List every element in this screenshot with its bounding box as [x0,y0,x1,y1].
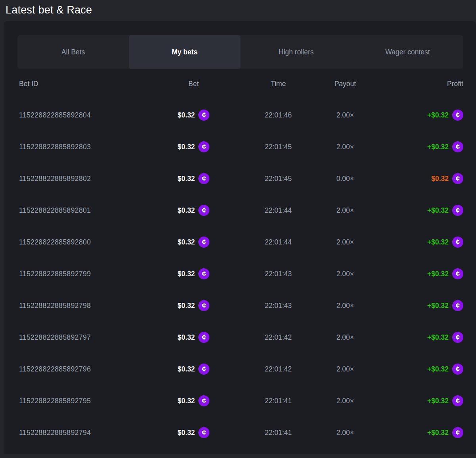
bet-amount: $0.32 ¢ [147,237,240,248]
bet-time: 22:01:45 [240,175,316,183]
bet-profit: $0.32 ¢ [374,173,463,184]
profit-value: +$0.32 [427,270,449,278]
table-row[interactable]: 115228822885892795 $0.32 ¢ 22:01:41 2.00… [17,385,463,417]
profit-value: +$0.32 [427,397,449,405]
bet-profit: +$0.32 ¢ [374,364,463,375]
bet-time: 22:01:42 [240,365,316,373]
bet-amount-value: $0.32 [178,333,195,342]
bet-id: 115228822885892798 [17,302,147,310]
table-row[interactable]: 115228822885892804 $0.32 ¢ 22:01:46 2.00… [17,99,463,131]
bet-amount-value: $0.32 [178,302,195,310]
coin-icon: ¢ [452,395,463,406]
bet-amount-value: $0.32 [178,206,195,215]
bet-time: 22:01:43 [240,302,316,310]
bet-amount: $0.32 ¢ [147,110,240,121]
bet-id: 115228822885892794 [17,429,147,437]
table-row[interactable]: 115228822885892800 $0.32 ¢ 22:01:44 2.00… [17,226,463,258]
bet-time: 22:01:41 [240,397,316,405]
bet-payout: 2.00× [316,302,374,310]
profit-value: +$0.32 [427,238,449,246]
header-payout: Payout [316,80,374,88]
bet-payout: 2.00× [316,333,374,342]
table-row[interactable]: 115228822885892798 $0.32 ¢ 22:01:43 2.00… [17,290,463,321]
header-bet: Bet [147,80,240,88]
header-time: Time [240,80,316,88]
profit-value: +$0.32 [427,365,449,373]
profit-value: +$0.32 [427,429,449,437]
bet-amount: $0.32 ¢ [147,173,240,184]
profit-value: +$0.32 [427,111,449,119]
bet-id: 115228822885892796 [17,365,147,373]
table-row[interactable]: 115228822885892799 $0.32 ¢ 22:01:43 2.00… [17,258,463,290]
coin-icon: ¢ [198,364,209,375]
table-row[interactable]: 115228822885892794 $0.32 ¢ 22:01:41 2.00… [17,417,463,448]
bet-payout: 2.00× [316,238,374,246]
bet-id: 115228822885892804 [17,111,147,119]
coin-icon: ¢ [452,205,463,216]
bet-profit: +$0.32 ¢ [374,268,463,279]
coin-icon: ¢ [452,237,463,248]
coin-icon: ¢ [452,364,463,375]
bet-id: 115228822885892800 [17,238,147,246]
bet-id: 115228822885892803 [17,143,147,151]
profit-value: +$0.32 [427,333,449,342]
tab-wager-contest[interactable]: Wager contest [352,35,463,69]
coin-icon: ¢ [198,332,209,343]
bet-amount-value: $0.32 [178,175,195,183]
bet-profit: +$0.32 ¢ [374,205,463,216]
coin-icon: ¢ [452,141,463,152]
bet-payout: 2.00× [316,206,374,215]
header-bet-id: Bet ID [17,80,147,88]
bet-profit: +$0.32 ¢ [374,395,463,406]
bet-amount-value: $0.32 [178,397,195,405]
bet-payout: 2.00× [316,429,374,437]
bet-id: 115228822885892797 [17,333,147,342]
bet-id: 115228822885892802 [17,175,147,183]
table-body: 115228822885892804 $0.32 ¢ 22:01:46 2.00… [4,99,476,448]
latest-bets-panel: All Bets My bets High rollers Wager cont… [4,21,476,454]
bet-time: 22:01:44 [240,238,316,246]
table-row[interactable]: 115228822885892801 $0.32 ¢ 22:01:44 2.00… [17,194,463,226]
bet-profit: +$0.32 ¢ [374,141,463,152]
coin-icon: ¢ [198,110,209,121]
bet-amount: $0.32 ¢ [147,268,240,279]
bet-time: 22:01:44 [240,206,316,215]
coin-icon: ¢ [452,300,463,311]
bet-id: 115228822885892801 [17,206,147,215]
coin-icon: ¢ [198,395,209,406]
bet-time: 22:01:42 [240,333,316,342]
bet-amount: $0.32 ¢ [147,141,240,152]
bet-amount-value: $0.32 [178,365,195,373]
coin-icon: ¢ [198,300,209,311]
bet-time: 22:01:45 [240,143,316,151]
coin-icon: ¢ [198,205,209,216]
table-row[interactable]: 115228822885892796 $0.32 ¢ 22:01:42 2.00… [17,353,463,385]
coin-icon: ¢ [198,141,209,152]
bet-amount: $0.32 ¢ [147,395,240,406]
bet-amount-value: $0.32 [178,143,195,151]
bet-payout: 2.00× [316,397,374,405]
profit-value: +$0.32 [427,302,449,310]
bet-amount: $0.32 ¢ [147,427,240,438]
tab-all-bets[interactable]: All Bets [17,35,129,69]
profit-value: $0.32 [431,175,449,183]
header-profit: Profit [374,80,463,88]
coin-icon: ¢ [452,332,463,343]
bet-profit: +$0.32 ¢ [374,237,463,248]
bet-time: 22:01:46 [240,111,316,119]
table-row[interactable]: 115228822885892797 $0.32 ¢ 22:01:42 2.00… [17,321,463,353]
bet-payout: 2.00× [316,365,374,373]
table-row[interactable]: 115228822885892802 $0.32 ¢ 22:01:45 0.00… [17,163,463,194]
bet-payout: 2.00× [316,111,374,119]
tab-high-rollers[interactable]: High rollers [240,35,352,69]
bet-amount: $0.32 ¢ [147,205,240,216]
bet-profit: +$0.32 ¢ [374,110,463,121]
table-row[interactable]: 115228822885892803 $0.32 ¢ 22:01:45 2.00… [17,131,463,163]
bet-profit: +$0.32 ¢ [374,300,463,311]
bet-payout: 2.00× [316,143,374,151]
bet-payout: 0.00× [316,175,374,183]
bet-amount-value: $0.32 [178,270,195,278]
tab-bar: All Bets My bets High rollers Wager cont… [17,35,463,69]
tab-my-bets[interactable]: My bets [129,35,240,69]
bets-table: Bet ID Bet Time Payout Profit 1152288228… [4,69,476,448]
